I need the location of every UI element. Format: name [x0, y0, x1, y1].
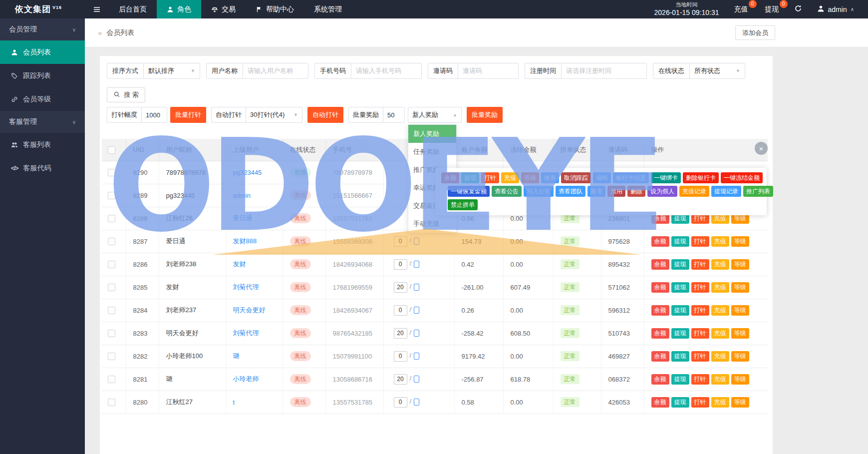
panel-op-button[interactable]: 删除银行卡 — [683, 172, 719, 183]
nav-item[interactable]: 后台首页 — [109, 0, 157, 18]
plan-edit-icon[interactable] — [414, 330, 419, 337]
row-op-button[interactable]: 提现 — [671, 374, 689, 385]
panel-op-button[interactable]: 查看公告 — [492, 186, 522, 197]
row-op-button[interactable]: 提现 — [671, 305, 689, 316]
plan-input[interactable]: 0 — [394, 305, 407, 316]
row-op-button[interactable]: 提现 — [671, 236, 689, 247]
row-op-button[interactable]: 等级 — [731, 397, 749, 408]
parent-user-link[interactable]: 刘菊代理 — [233, 283, 259, 291]
plan-input[interactable]: 20 — [394, 374, 407, 385]
sidebar-item[interactable]: 会员列表 — [0, 40, 85, 64]
row-op-button[interactable]: 充值 — [711, 305, 729, 316]
row-op-button[interactable]: 打针 — [691, 305, 709, 316]
panel-op-button[interactable]: 禁用 — [607, 186, 625, 197]
panel-op-button[interactable]: 禁止拼单 — [448, 199, 478, 210]
parent-user-link[interactable]: pg323445 — [233, 169, 262, 176]
plan-input[interactable]: 0 — [394, 236, 407, 247]
row-checkbox[interactable] — [108, 238, 115, 245]
panel-op-button[interactable]: 余额 — [441, 172, 459, 183]
row-op-button[interactable]: 余额 — [651, 282, 669, 293]
search-button[interactable]: 搜 索 — [107, 87, 145, 102]
panel-op-button[interactable]: 一键冻结金额 — [721, 172, 763, 183]
row-op-button[interactable]: 打针 — [691, 282, 709, 293]
row-op-button[interactable]: 打针 — [691, 374, 709, 385]
plan-edit-icon[interactable] — [414, 238, 419, 245]
nav-item[interactable]: 交易 — [201, 0, 246, 18]
dropdown-option[interactable]: 手动充值 — [408, 215, 456, 233]
row-op-button[interactable]: 充值 — [711, 259, 729, 270]
filter-select[interactable]: 默认排序▼ — [144, 63, 200, 78]
sidebar-item[interactable]: 跟踪列表 — [0, 64, 85, 87]
filter-input[interactable]: 请选择注册时间 — [562, 63, 646, 78]
plan-input[interactable]: 0 — [394, 259, 407, 270]
row-op-button[interactable]: 提现 — [671, 351, 689, 362]
panel-op-button[interactable]: 提现记录 — [711, 186, 741, 197]
hamburger-menu-icon[interactable] — [85, 0, 109, 18]
plan-input[interactable]: 20 — [394, 282, 407, 293]
select-all-checkbox[interactable] — [108, 146, 115, 154]
add-member-button[interactable]: 添加会员 — [735, 25, 775, 40]
filter-input[interactable]: 请输入用户名称 — [243, 63, 308, 78]
row-checkbox[interactable] — [108, 284, 115, 291]
row-op-button[interactable]: 余额 — [651, 305, 669, 316]
nav-item[interactable]: 系统管理 — [304, 0, 352, 18]
refresh-icon[interactable] — [794, 4, 802, 14]
row-checkbox[interactable] — [108, 307, 115, 314]
nav-item[interactable]: 帮助中心 — [246, 0, 304, 18]
row-op-button[interactable]: 余额 — [651, 397, 669, 408]
auto-inject-select[interactable]: 30打针(代4)▼ — [246, 107, 302, 122]
row-op-button[interactable]: 充值 — [711, 351, 729, 362]
row-op-button[interactable]: 余额 — [651, 259, 669, 270]
plan-input[interactable]: 20 — [394, 328, 407, 339]
row-op-button[interactable]: 余额 — [651, 328, 669, 339]
row-op-button[interactable]: 等级 — [731, 328, 749, 339]
filter-input[interactable]: 邀请码 — [458, 63, 518, 78]
panel-op-button[interactable]: 打针 — [481, 172, 499, 183]
parent-user-link[interactable]: 发财 — [233, 260, 246, 268]
row-op-button[interactable]: 充值 — [711, 374, 729, 385]
plan-edit-icon[interactable] — [414, 261, 419, 268]
plan-edit-icon[interactable] — [414, 376, 419, 383]
row-op-button[interactable]: 提现 — [671, 282, 689, 293]
panel-op-button[interactable]: 写入公告 — [524, 186, 554, 197]
row-op-button[interactable]: 等级 — [731, 374, 749, 385]
panel-op-button[interactable]: 一键恢复金额 — [448, 186, 490, 197]
dropdown-option[interactable]: 新人奖励 — [408, 125, 456, 143]
row-op-button[interactable]: 等级 — [731, 305, 749, 316]
parent-user-link[interactable]: admin — [233, 192, 251, 199]
parent-user-link[interactable]: 发财888 — [233, 237, 257, 245]
row-op-button[interactable]: 打针 — [691, 236, 709, 247]
sidebar-item[interactable]: </>客服代码 — [0, 156, 85, 180]
panel-op-button[interactable]: 取消跟踪 — [561, 172, 591, 183]
row-op-button[interactable]: 余额 — [651, 351, 669, 362]
plan-input[interactable]: 0 — [394, 351, 407, 362]
row-op-button[interactable]: 打针 — [691, 328, 709, 339]
batch-reward-button[interactable]: 批量奖励 — [467, 107, 503, 123]
row-op-button[interactable]: 提现 — [671, 397, 689, 408]
row-op-button[interactable]: 等级 — [731, 351, 749, 362]
parent-user-link[interactable]: 明天会更好 — [233, 306, 266, 314]
row-op-button[interactable]: 打针 — [691, 351, 709, 362]
filter-input[interactable]: 请输入手机号码 — [351, 63, 421, 78]
sidebar-group[interactable]: 客服管理∨ — [0, 111, 85, 133]
panel-op-button[interactable]: 查看团队 — [556, 186, 585, 197]
row-op-button[interactable]: 等级 — [731, 259, 749, 270]
row-checkbox[interactable] — [108, 215, 115, 222]
row-op-button[interactable]: 等级 — [731, 282, 749, 293]
auto-inject-button[interactable]: 自动打针 — [307, 107, 343, 123]
panel-op-button[interactable]: 账变 — [587, 186, 605, 197]
panel-op-button[interactable]: 等级 — [521, 172, 539, 183]
dropdown-option[interactable]: 任务奖励 — [408, 143, 456, 161]
row-checkbox[interactable] — [108, 192, 115, 199]
row-checkbox[interactable] — [108, 353, 115, 360]
nav-item[interactable]: 角色 — [157, 0, 201, 18]
parent-user-link[interactable]: 刘菊代理 — [233, 329, 259, 337]
row-op-button[interactable]: 提现 — [671, 328, 689, 339]
plan-edit-icon[interactable] — [414, 307, 419, 314]
batch-inject-button[interactable]: 批量打针 — [170, 107, 206, 123]
panel-op-button[interactable]: 银行卡信息 — [613, 172, 649, 183]
filter-select[interactable]: 所有状态▼ — [690, 63, 745, 78]
row-op-button[interactable]: 充值 — [711, 397, 729, 408]
inject-amount-input[interactable]: 1000 — [142, 107, 167, 122]
plan-edit-icon[interactable] — [414, 399, 419, 406]
